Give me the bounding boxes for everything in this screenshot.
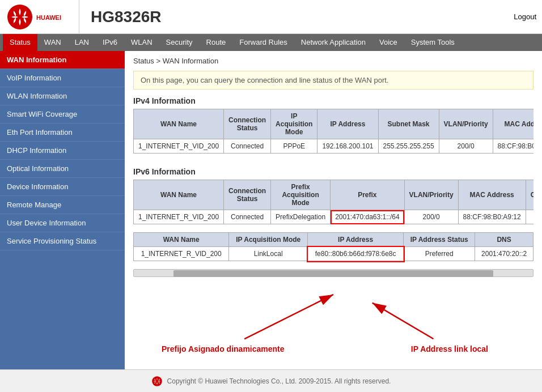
nav-system-tools[interactable]: System Tools <box>404 34 461 51</box>
ipv6-prefix: 2001:470:da63:1::/64 <box>331 210 404 224</box>
nav-ipv6[interactable]: IPv6 <box>96 34 124 51</box>
logo-area: HUAWEI <box>6 0 79 33</box>
nav-lan[interactable]: LAN <box>68 34 96 51</box>
sidebar-item-wlan-information[interactable]: WLAN Information <box>0 87 125 105</box>
ipv4-ip-acq-mode: PPPoE <box>271 139 317 154</box>
sidebar-item-remote-manage[interactable]: Remote Manage <box>0 196 125 214</box>
sidebar-item-wan-information[interactable]: WAN Information <box>0 51 125 69</box>
nav-network-app[interactable]: Network Application <box>294 34 372 51</box>
footer-text: Copyright © Huawei Technologies Co., Ltd… <box>167 377 391 385</box>
annotation-area: Prefijo Asignado dinamicamente IP Addres… <box>133 283 533 356</box>
ipv6-gateway: -- <box>526 210 533 224</box>
ipv6-col-prefix-acq-mode: Prefix AcquisitionMode <box>271 180 331 210</box>
horizontal-scrollbar[interactable] <box>133 269 533 277</box>
ipv6-top-table-scroll: WAN Name ConnectionStatus Prefix Acquisi… <box>133 180 533 232</box>
ipv6-col-wan-name: WAN Name <box>134 180 224 210</box>
ipv4-col-vlan-priority: VLAN/Priority <box>439 109 493 139</box>
huawei-logo <box>6 3 34 31</box>
main-layout: WAN Information VoIP Information WLAN In… <box>0 51 542 369</box>
footer: Copyright © Huawei Technologies Co., Ltd… <box>0 369 542 392</box>
sidebar-item-device-information[interactable]: Device Information <box>0 178 125 196</box>
sidebar-item-eth-port-information[interactable]: Eth Port Information <box>0 123 125 142</box>
sidebar-item-dhcp-information[interactable]: DHCP Information <box>0 142 125 160</box>
sidebar-item-user-device-information[interactable]: User Device Information <box>0 214 125 232</box>
breadcrumb: Status > WAN Information <box>133 57 533 65</box>
ipv6l-col-ip-address-status: IP Address Status <box>404 233 475 247</box>
ipv6-col-connection-status: ConnectionStatus <box>224 180 271 210</box>
header: HUAWEI HG8326R Logout <box>0 0 542 34</box>
ipv6-conn-status: Connected <box>224 210 271 224</box>
svg-point-4 <box>152 376 162 386</box>
content-area: Status > WAN Information On this page, y… <box>125 51 542 369</box>
ipv6l-wan-name: 1_INTERNET_R_VID_200 <box>134 247 229 261</box>
ipv4-conn-status: Connected <box>224 139 271 154</box>
ipv4-col-ip-acq-mode: IP AcquisitionMode <box>271 109 317 139</box>
scrollbar-thumb[interactable] <box>173 270 493 277</box>
sidebar-item-service-provisioning-status[interactable]: Service Provisioning Status <box>0 232 125 250</box>
nav-wlan[interactable]: WLAN <box>124 34 159 51</box>
ipv6-col-gateway: Gateway <box>526 180 533 210</box>
ipv4-table: WAN Name ConnectionStatus IP Acquisition… <box>133 109 533 154</box>
ipv6l-col-ip-address: IP Address <box>308 233 404 247</box>
ipv6-section-title: IPv6 Information <box>133 167 533 176</box>
table-row: 1_INTERNET_R_VID_200 LinkLocal fe80::80b… <box>134 247 533 261</box>
table-row: 1_INTERNET_R_VID_200 Connected PrefixDel… <box>134 210 534 224</box>
ipv4-table-scroll: WAN Name ConnectionStatus IP Acquisition… <box>133 109 533 161</box>
ipv4-wan-name: 1_INTERNET_R_VID_200 <box>134 139 224 154</box>
nav-route[interactable]: Route <box>200 34 233 51</box>
device-name: HG8326R <box>91 8 514 26</box>
nav-bar: Status WAN LAN IPv6 WLAN Security Route … <box>0 34 542 51</box>
ipv4-col-subnet-mask: Subnet Mask <box>378 109 439 139</box>
footer-huawei-logo <box>151 376 163 387</box>
ipv4-col-ip-address: IP Address <box>317 109 378 139</box>
info-box: On this page, you can query the connecti… <box>133 71 533 90</box>
ipv6-wan-name: 1_INTERNET_R_VID_200 <box>134 210 224 224</box>
nav-wan[interactable]: WAN <box>37 34 68 51</box>
logout-button[interactable]: Logout <box>514 12 536 21</box>
ipv6l-ip-address-status: Preferred <box>404 247 475 261</box>
sidebar-item-smart-wifi-coverage[interactable]: Smart WiFi Coverage <box>0 105 125 123</box>
ipv6-prefix-acq-mode: PrefixDelegation <box>271 210 331 224</box>
nav-status[interactable]: Status <box>3 34 37 51</box>
sidebar-item-optical-information[interactable]: Optical Information <box>0 160 125 178</box>
ipv6-lower-table-scroll: WAN Name IP Acquisition Mode IP Address … <box>133 232 533 269</box>
svg-line-2 <box>244 295 333 339</box>
ipv4-vlan-priority: 200/0 <box>439 139 493 154</box>
ipv6-lower-table: WAN Name IP Acquisition Mode IP Address … <box>133 232 533 261</box>
ipv6l-col-wan-name: WAN Name <box>134 233 229 247</box>
annotation-right: IP Address link local <box>411 344 488 353</box>
ipv4-subnet-mask: 255.255.255.255 <box>378 139 439 154</box>
ipv4-col-connection-status: ConnectionStatus <box>224 109 271 139</box>
nav-security[interactable]: Security <box>159 34 200 51</box>
ipv6-top-table: WAN Name ConnectionStatus Prefix Acquisi… <box>133 180 533 224</box>
annotation-left: Prefijo Asignado dinamicamente <box>162 344 285 353</box>
ipv4-section-title: IPv4 Information <box>133 96 533 105</box>
ipv4-ip-address: 192.168.200.101 <box>317 139 378 154</box>
ipv6-col-mac-address: MAC Address <box>458 180 526 210</box>
svg-line-3 <box>372 303 434 339</box>
ipv6-col-vlan-priority: VLAN/Priority <box>404 180 458 210</box>
ipv6l-ip-acq-mode: LinkLocal <box>229 247 308 261</box>
ipv6l-dns: 2001:470:20::2 <box>475 247 533 261</box>
ipv6-vlan-priority: 200/0 <box>404 210 458 224</box>
svg-point-0 <box>7 5 32 29</box>
ipv6l-col-dns: DNS <box>475 233 533 247</box>
ipv4-col-wan-name: WAN Name <box>134 109 224 139</box>
sidebar: WAN Information VoIP Information WLAN In… <box>0 51 125 369</box>
ipv6-col-prefix: Prefix <box>331 180 404 210</box>
ipv6-mac-address: 88:CF:98:B0:A9:12 <box>458 210 526 224</box>
sidebar-item-voip-information[interactable]: VoIP Information <box>0 69 125 87</box>
table-row: 1_INTERNET_R_VID_200 Connected PPPoE 192… <box>134 139 534 154</box>
nav-forward-rules[interactable]: Forward Rules <box>232 34 294 51</box>
ipv4-col-mac-address: MAC Address <box>493 109 533 139</box>
ipv6l-col-ip-acq-mode: IP Acquisition Mode <box>229 233 308 247</box>
nav-voice[interactable]: Voice <box>372 34 404 51</box>
ipv4-mac-address: 88:CF:98:B0:A9:12 <box>493 139 533 154</box>
ipv6l-ip-address: fe80::80b6:b66d:f978:6e8c <box>308 247 404 261</box>
brand-label: HUAWEI <box>36 14 61 21</box>
